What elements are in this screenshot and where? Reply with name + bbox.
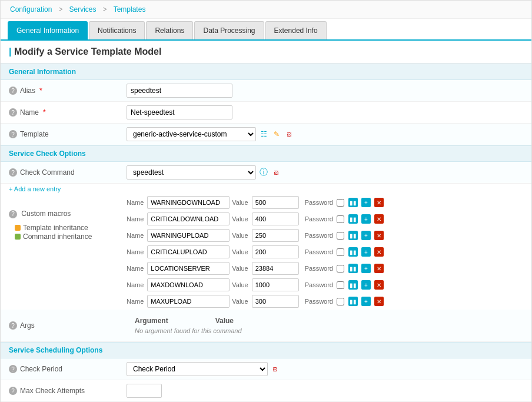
macro-row-4: Name Value Password ▮▮ + ✕ (118, 260, 531, 277)
check-period-row: ? Check Period Check Period ⦻ (1, 358, 531, 380)
macro-value-5[interactable] (252, 278, 299, 291)
tab-extended-info[interactable]: Extended Info (265, 21, 327, 39)
breadcrumb: Configuration > Services > Templates (1, 1, 531, 19)
template-select[interactable]: generic-active-service-custom (127, 127, 256, 141)
check-period-help-icon[interactable]: ? (9, 365, 17, 373)
macro-password-0[interactable] (337, 199, 344, 207)
legend-command-dot (15, 234, 21, 240)
macro-password-1[interactable] (337, 215, 344, 223)
name-help-icon[interactable]: ? (9, 108, 17, 117)
alias-input[interactable] (127, 84, 232, 98)
macro-add-3[interactable]: + (361, 247, 371, 257)
legend-template-dot (15, 225, 21, 231)
macro-value-4[interactable] (252, 262, 299, 275)
macro-password-3[interactable] (337, 248, 344, 256)
macro-remove-6[interactable]: ✕ (374, 297, 384, 306)
check-command-help-icon[interactable]: ? (9, 168, 17, 177)
breadcrumb-templates[interactable]: Templates (114, 5, 146, 14)
macro-add-0[interactable]: + (361, 198, 371, 207)
tab-bar: General Information Notifications Relati… (1, 21, 531, 41)
alias-label: Alias (20, 87, 35, 95)
template-label: Template (20, 130, 49, 138)
macro-value-0[interactable] (252, 196, 299, 209)
legend-template: Template inheritance (15, 224, 110, 232)
macro-add-1[interactable]: + (361, 214, 371, 224)
check-period-select-wrapper: Check Period ⦻ (127, 362, 281, 376)
macro-remove-0[interactable]: ✕ (374, 198, 384, 207)
macro-value-2[interactable] (252, 229, 299, 242)
add-entry-link[interactable]: + Add a new entry (1, 184, 531, 194)
macro-remove-2[interactable]: ✕ (374, 231, 384, 240)
macro-remove-1[interactable]: ✕ (374, 214, 384, 224)
macro-add-4[interactable]: + (361, 264, 371, 273)
check-command-row: ? Check Command speedtest ⓘ ⦻ (1, 162, 531, 184)
macro-row-1: Name Value Password ▮▮ + ✕ (118, 211, 531, 227)
macro-password-5[interactable] (337, 281, 344, 289)
macro-name-2[interactable] (147, 229, 230, 242)
custom-macros-help-icon[interactable]: ? (9, 210, 17, 218)
args-col-argument: Argument (135, 317, 168, 325)
macro-password-4[interactable] (337, 265, 344, 273)
template-help-icon[interactable]: ? (9, 130, 17, 138)
macro-value-3[interactable] (252, 245, 299, 258)
macro-copy-1[interactable]: ▮▮ (348, 214, 358, 224)
macro-row-2: Name Value Password ▮▮ + ✕ (118, 227, 531, 244)
macro-add-6[interactable]: + (361, 297, 371, 306)
tab-relations[interactable]: Relations (146, 21, 193, 39)
macro-row-6: Name Value Password ▮▮ + ✕ (118, 293, 531, 310)
macro-copy-0[interactable]: ▮▮ (348, 198, 358, 207)
macro-remove-3[interactable]: ✕ (374, 247, 384, 257)
args-row: ? Args Argument Value No argument found … (1, 310, 531, 342)
breadcrumb-config[interactable]: Configuration (10, 5, 52, 14)
check-period-remove-icon[interactable]: ⦻ (270, 364, 281, 374)
tab-general-information[interactable]: General Information (8, 21, 88, 39)
template-grid-icon[interactable]: ☷ (258, 129, 269, 139)
max-check-help-icon[interactable]: ? (9, 387, 17, 395)
section-scheduling: Service Scheduling Options (1, 342, 531, 358)
name-input[interactable] (127, 105, 232, 119)
check-command-select-wrapper: speedtest ⓘ ⦻ (127, 165, 282, 180)
tab-data-processing[interactable]: Data Processing (194, 21, 264, 39)
macro-add-5[interactable]: + (361, 280, 371, 290)
macro-left-panel: ? Custom macros Template inheritance Com… (1, 194, 118, 310)
macro-copy-2[interactable]: ▮▮ (348, 231, 358, 240)
macro-copy-3[interactable]: ▮▮ (348, 247, 358, 257)
max-check-label: Max Check Attempts (20, 387, 85, 395)
macro-row-0: Name Value Password ▮▮ + ✕ (118, 194, 531, 211)
macro-row-3: Name Value Password ▮▮ + ✕ (118, 244, 531, 260)
macro-password-6[interactable] (337, 298, 344, 305)
macro-name-4[interactable] (147, 262, 230, 275)
macro-name-0[interactable] (147, 196, 230, 209)
args-help-icon[interactable]: ? (9, 321, 17, 330)
check-command-remove-icon[interactable]: ⦻ (271, 167, 282, 178)
template-edit-icon[interactable]: ✎ (271, 129, 282, 139)
check-command-select[interactable]: speedtest (127, 165, 256, 180)
macro-value-6[interactable] (252, 295, 299, 308)
args-content: Argument Value No argument found for thi… (127, 313, 250, 338)
args-col-value: Value (215, 317, 234, 325)
macro-name-3[interactable] (147, 245, 230, 258)
macro-name-5[interactable] (147, 278, 230, 291)
macro-copy-5[interactable]: ▮▮ (348, 280, 358, 290)
max-check-input[interactable] (127, 384, 162, 398)
macro-name-6[interactable] (147, 295, 230, 308)
breadcrumb-services[interactable]: Services (69, 5, 97, 14)
macro-add-2[interactable]: + (361, 231, 371, 240)
legend-template-label: Template inheritance (23, 224, 88, 232)
name-row: ? Name * (1, 102, 531, 124)
macro-name-1[interactable] (147, 212, 230, 225)
macro-remove-5[interactable]: ✕ (374, 280, 384, 290)
macro-copy-6[interactable]: ▮▮ (348, 297, 358, 306)
alias-row: ? Alias * (1, 80, 531, 102)
macro-rows: Name Value Password ▮▮ + ✕ Name Value Pa… (118, 194, 531, 310)
check-command-info-icon[interactable]: ⓘ (258, 167, 269, 178)
check-period-select[interactable]: Check Period (127, 362, 268, 376)
template-remove-icon[interactable]: ⦻ (284, 129, 295, 139)
macro-value-1[interactable] (252, 212, 299, 225)
macro-copy-4[interactable]: ▮▮ (348, 264, 358, 273)
name-label: Name (20, 108, 39, 117)
alias-help-icon[interactable]: ? (9, 87, 17, 95)
macro-password-2[interactable] (337, 232, 344, 240)
macro-remove-4[interactable]: ✕ (374, 264, 384, 273)
tab-notifications[interactable]: Notifications (89, 21, 145, 39)
